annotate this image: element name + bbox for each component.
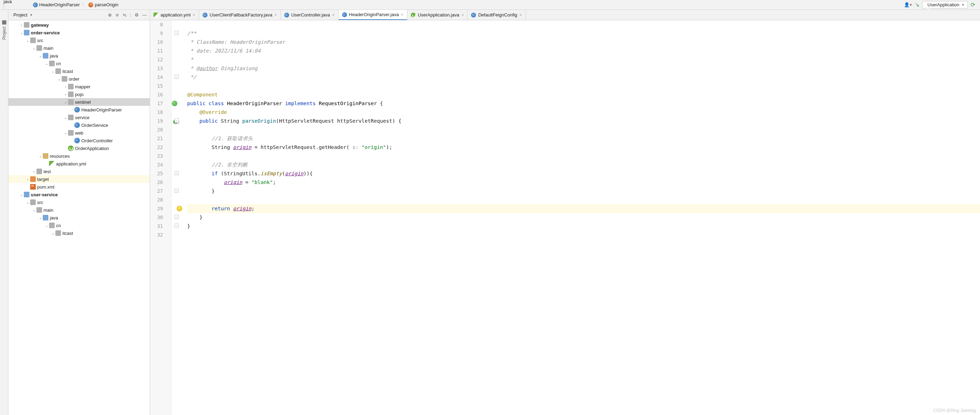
user-icon[interactable]: 👤▾ (904, 2, 912, 7)
code-line[interactable]: return origin; (187, 204, 980, 213)
tree-node[interactable]: ›HeaderOriginParser (8, 106, 150, 114)
close-icon[interactable]: × (332, 13, 335, 17)
chevron-down-icon[interactable]: ⌄ (63, 116, 68, 119)
code-line[interactable]: /**− (187, 29, 980, 38)
chevron-down-icon[interactable]: ⌄ (63, 100, 68, 104)
editor-tab[interactable]: application.yml× (150, 10, 199, 20)
chevron-right-icon[interactable]: › (32, 170, 37, 173)
chevron-down-icon[interactable]: ⌄ (57, 77, 62, 81)
chevron-down-icon[interactable]: ⌄ (38, 54, 43, 58)
chevron-down-icon[interactable]: ⌄ (19, 193, 24, 197)
project-strip-label[interactable]: Project (2, 27, 7, 40)
tree-node[interactable]: ⌄src (8, 199, 150, 206)
editor-tab[interactable]: DefaultFeignConfig× (468, 10, 525, 20)
tree-node[interactable]: ⌄sentinel (8, 98, 150, 106)
tree-node[interactable]: ›pojo (8, 91, 150, 98)
chevron-down-icon[interactable]: ⌄ (25, 200, 30, 204)
chevron-down-icon[interactable]: ⌄ (25, 38, 30, 42)
fold-toggle-icon[interactable]: − (175, 75, 179, 79)
tree-node[interactable]: ⌄order (8, 75, 150, 83)
chevron-down-icon[interactable]: ⌄ (32, 208, 37, 212)
chevron-down-icon[interactable]: ⌄ (51, 231, 56, 235)
tree-node[interactable]: ›gateway (8, 21, 150, 29)
code-line[interactable]: }− (187, 222, 980, 231)
fold-toggle-icon[interactable]: − (175, 224, 179, 228)
tree-node[interactable]: ⌄resources (8, 152, 150, 160)
editor-tab[interactable]: UserApplication.java× (407, 10, 468, 20)
chevron-down-icon[interactable]: ⌄ (44, 224, 49, 227)
fold-toggle-icon[interactable]: − (175, 118, 179, 123)
breadcrumb-segment[interactable]: java (2, 0, 32, 4)
tree-node[interactable]: ›application.yml (8, 160, 150, 167)
tree-node[interactable]: ›OrderController (8, 137, 150, 145)
breadcrumb-method[interactable]: parseOrigin (87, 2, 119, 7)
fold-toggle-icon[interactable]: − (175, 189, 179, 193)
close-icon[interactable]: × (519, 13, 522, 17)
code-line[interactable]: * ClassName: HeaderOriginParser (187, 38, 980, 47)
project-tool-button[interactable] (2, 20, 6, 25)
code-line[interactable]: @Override (187, 108, 980, 117)
project-tree[interactable]: ›gateway⌄order-service⌄src⌄main⌄java⌄cn⌄… (8, 20, 150, 415)
chevron-down-icon[interactable]: ⌄ (44, 62, 49, 65)
chevron-down-icon[interactable]: ⌄ (63, 131, 68, 135)
close-icon[interactable]: × (274, 13, 277, 17)
tree-node[interactable]: ›test (8, 167, 150, 175)
tree-node[interactable]: ⌄web (8, 129, 150, 137)
code-line[interactable]: */− (187, 73, 980, 82)
fold-toggle-icon[interactable]: − (175, 31, 179, 35)
chevron-down-icon[interactable]: ⌄ (38, 216, 43, 220)
tree-node[interactable]: ⌄java (8, 214, 150, 221)
chevron-down-icon[interactable]: ▼ (29, 13, 33, 17)
code-line[interactable] (187, 152, 980, 161)
settings-gear-icon[interactable]: ⚙ (135, 12, 139, 17)
tree-node[interactable]: ⌄src (8, 37, 150, 44)
close-icon[interactable]: × (401, 12, 403, 17)
tree-node[interactable]: ⌄service (8, 114, 150, 121)
hide-tool-window-icon[interactable]: — (142, 12, 147, 17)
code-line[interactable]: public String parseOrigin(HttpServletReq… (187, 117, 980, 126)
code-line[interactable] (187, 196, 980, 204)
intention-bulb-icon[interactable] (177, 206, 182, 211)
code-line[interactable]: }− (187, 187, 980, 196)
code-line[interactable]: * date: 2022/11/6 14:04 (187, 47, 980, 56)
chevron-right-icon[interactable]: › (19, 23, 24, 27)
tree-node[interactable]: ›OrderApplication (8, 145, 150, 152)
tree-node[interactable]: ⌄main (8, 44, 150, 52)
code-line[interactable]: * (187, 56, 980, 64)
code-line[interactable]: if (StringUtils.isEmpty(origin)){− (187, 169, 980, 178)
chevron-down-icon[interactable]: ⌄ (38, 154, 43, 158)
tree-node[interactable]: ⌄itcast (8, 229, 150, 237)
expand-all-icon[interactable]: ≑ (115, 12, 119, 17)
tree-node[interactable]: ⌄java (8, 52, 150, 60)
code-line[interactable]: origin = "blank"; (187, 178, 980, 187)
editor-code[interactable]: /**− * ClassName: HeaderOriginParser * d… (172, 20, 980, 415)
close-icon[interactable]: × (461, 13, 464, 17)
code-line[interactable]: @Component (187, 91, 980, 99)
tree-node[interactable]: ⌄main (8, 206, 150, 214)
fold-toggle-icon[interactable]: − (175, 215, 179, 219)
chevron-down-icon[interactable]: ⌄ (51, 69, 56, 73)
code-line[interactable] (187, 82, 980, 91)
tree-node[interactable]: ›pom.xml (8, 183, 150, 191)
code-line[interactable] (187, 20, 980, 29)
code-line[interactable]: }− (187, 213, 980, 222)
collapse-all-icon[interactable]: ≒ (123, 12, 127, 17)
editor-tab[interactable]: HeaderOriginParser.java× (339, 10, 407, 20)
fold-toggle-icon[interactable]: − (175, 171, 179, 175)
code-line[interactable] (187, 126, 980, 134)
tree-node[interactable]: ⌄order-service (8, 29, 150, 37)
code-line[interactable]: public class HeaderOriginParser implemen… (187, 99, 980, 108)
run-configuration-selector[interactable]: UserApplication ▼ (922, 1, 968, 8)
close-icon[interactable]: × (193, 13, 195, 17)
tree-node[interactable]: ⌄user-service (8, 191, 150, 199)
tree-node[interactable]: ›OrderService (8, 121, 150, 129)
code-line[interactable]: //1. 获取请求头 (187, 134, 980, 143)
tree-node[interactable]: ›mapper (8, 83, 150, 91)
code-line[interactable]: String origin = httpServletRequest.getHe… (187, 143, 980, 152)
code-line[interactable] (187, 231, 980, 239)
chevron-right-icon[interactable]: › (25, 177, 30, 181)
tree-node[interactable]: ⌄itcast (8, 67, 150, 75)
tree-node[interactable]: ›target (8, 175, 150, 183)
chevron-down-icon[interactable]: ⌄ (32, 46, 37, 50)
chevron-down-icon[interactable]: ⌄ (19, 31, 24, 35)
